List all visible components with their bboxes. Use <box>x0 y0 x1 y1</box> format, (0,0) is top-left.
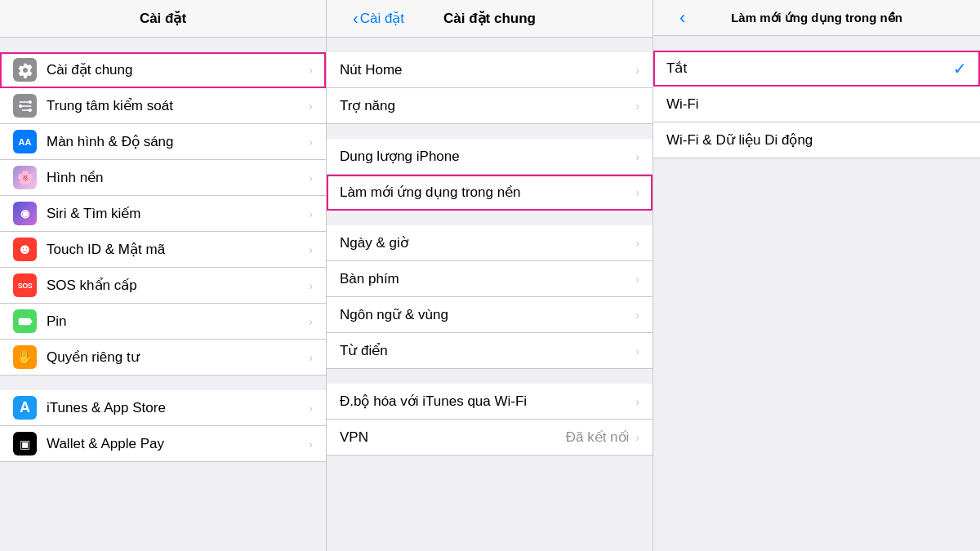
list-item-tu-dien[interactable]: Từ điển › <box>327 333 653 369</box>
list-item-dung-luong[interactable]: Dung lượng iPhone › <box>327 139 653 175</box>
chevron-icon: › <box>309 243 313 256</box>
col2-title: Cài đặt chung <box>443 10 536 27</box>
hand-emoji: ✋ <box>16 349 33 366</box>
col1-header: Cài đặt <box>0 0 326 38</box>
itunes-label: iTunes & App Store <box>47 400 305 416</box>
list-item-man-hinh[interactable]: AA Màn hình & Độ sáng › <box>0 124 326 160</box>
tat-label: Tắt <box>666 60 953 77</box>
col3-title: Làm mới ứng dụng trong nền <box>731 11 902 25</box>
flower-emoji: 🌸 <box>17 170 33 185</box>
col3-back-button[interactable]: ‹ <box>679 7 687 29</box>
wifi-label: Wi-Fi <box>666 96 967 113</box>
col3-header: ‹ Làm mới ứng dụng trong nền <box>653 0 980 36</box>
col3-list: Tắt ✓ Wi-Fi Wi-Fi & Dữ liệu Di động <box>653 36 980 551</box>
svg-rect-6 <box>18 318 30 324</box>
column-refresh: ‹ Làm mới ứng dụng trong nền Tắt ✓ Wi-Fi… <box>653 0 980 551</box>
svg-rect-7 <box>30 320 32 322</box>
list-item-itunes[interactable]: A iTunes & App Store › <box>0 390 326 426</box>
col2-group2: Dung lượng iPhone › Làm mới ứng dụng tro… <box>327 124 653 211</box>
list-item-siri[interactable]: ◉ Siri & Tìm kiếm › <box>0 196 326 232</box>
ngon-ngu-label: Ngôn ngữ & vùng <box>340 306 632 323</box>
col3-option-tat[interactable]: Tắt ✓ <box>653 51 980 87</box>
chevron-icon: › <box>309 351 313 364</box>
col2-group3: Ngày & giờ › Bàn phím › Ngôn ngữ & vùng … <box>327 211 653 369</box>
list-item-wallet[interactable]: ▣ Wallet & Apple Pay › <box>0 426 326 462</box>
touch-id-label: Touch ID & Mật mã <box>47 241 305 258</box>
wallet-symbol: ▣ <box>20 438 30 451</box>
col3-option-wifi-data[interactable]: Wi-Fi & Dữ liệu Di động <box>653 122 980 158</box>
list-item-cai-dat-chung[interactable]: Cài đặt chung › <box>0 52 326 88</box>
col1-group1: Cài đặt chung › Trung tâm kiểm soát <box>0 38 326 375</box>
col2-back-button[interactable]: ‹ Cài đặt <box>353 9 404 28</box>
aa-icon: AA <box>13 130 37 153</box>
col2-header-inner: ‹ Cài đặt Cài đặt chung <box>340 10 639 27</box>
list-item-lam-moi[interactable]: Làm mới ứng dụng trong nền › <box>327 175 653 211</box>
flower-icon: 🌸 <box>13 166 37 189</box>
trung-tam-label: Trung tâm kiểm soát <box>47 97 305 114</box>
chevron-icon: › <box>635 150 639 163</box>
siri-icon: ◉ <box>13 202 37 225</box>
pin-label: Pin <box>47 313 305 330</box>
siri-text: ◉ <box>20 207 29 220</box>
list-item-ngay-gio[interactable]: Ngày & giờ › <box>327 225 653 261</box>
column-settings: Cài đặt Cài đặt chung › <box>0 0 327 551</box>
list-item-sos[interactable]: SOS SOS khẩn cấp › <box>0 268 326 304</box>
svg-point-3 <box>28 100 31 103</box>
nut-home-label: Nút Home <box>340 62 632 78</box>
chevron-icon: › <box>309 136 313 149</box>
lam-moi-label: Làm mới ứng dụng trong nền <box>340 184 632 201</box>
list-item-ngon-ngu[interactable]: Ngôn ngữ & vùng › <box>327 297 653 333</box>
man-hinh-label: Màn hình & Độ sáng <box>47 133 305 150</box>
back-chevron: ‹ <box>353 9 359 28</box>
chevron-icon: › <box>635 64 639 77</box>
col3-option-wifi[interactable]: Wi-Fi <box>653 87 980 122</box>
vpn-label: VPN <box>340 429 566 446</box>
chevron-icon: › <box>309 207 313 220</box>
back-chevron-col3: ‹ <box>679 7 685 29</box>
itunes-icon: A <box>13 396 37 420</box>
chevron-icon: › <box>635 237 639 250</box>
chevron-icon: › <box>635 273 639 286</box>
vpn-value: Đã kết nối <box>566 429 630 446</box>
list-item-tro-nang[interactable]: Trợ năng › <box>327 88 653 124</box>
list-item-nut-home[interactable]: Nút Home › <box>327 52 653 88</box>
tu-dien-label: Từ điển <box>340 342 632 359</box>
chevron-icon: › <box>635 431 639 444</box>
sos-text: SOS <box>18 282 33 290</box>
cai-dat-chung-label: Cài đặt chung <box>47 61 305 78</box>
chevron-icon: › <box>309 64 313 77</box>
quyen-label: Quyền riêng tư <box>47 349 305 366</box>
itunes-letter: A <box>20 399 30 416</box>
fingerprint-icon: ☻ <box>13 238 37 261</box>
list-item-vpn[interactable]: VPN Đã kết nối › <box>327 420 653 455</box>
chevron-icon: › <box>635 309 639 322</box>
col2-header: ‹ Cài đặt Cài đặt chung <box>327 0 653 38</box>
sos-label: SOS khẩn cấp <box>47 277 305 294</box>
sliders-svg <box>17 98 33 114</box>
chevron-icon: › <box>635 395 639 408</box>
list-item-dong-bo[interactable]: Đ.bộ hóa với iTunes qua Wi-Fi › <box>327 384 653 420</box>
battery-icon <box>13 309 37 333</box>
svg-rect-0 <box>19 101 29 103</box>
sos-icon: SOS <box>13 273 37 297</box>
chevron-icon: › <box>309 315 313 328</box>
list-item-touch-id[interactable]: ☻ Touch ID & Mật mã › <box>0 232 326 268</box>
list-item-quyen[interactable]: ✋ Quyền riêng tư › <box>0 340 326 375</box>
col1-title: Cài đặt <box>140 10 186 27</box>
col1-group2: A iTunes & App Store › ▣ Wallet & Apple … <box>0 375 326 462</box>
chevron-icon: › <box>635 186 639 199</box>
list-item-trung-tam[interactable]: Trung tâm kiểm soát › <box>0 88 326 124</box>
ngay-gio-label: Ngày & giờ <box>340 234 632 251</box>
dung-luong-label: Dung lượng iPhone <box>340 148 632 165</box>
svg-point-4 <box>19 104 22 107</box>
list-item-ban-phim[interactable]: Bàn phím › <box>327 261 653 297</box>
chevron-icon: › <box>635 100 639 113</box>
fingerprint-emoji: ☻ <box>17 241 33 258</box>
col3-header-inner: ‹ Làm mới ứng dụng trong nền <box>666 11 967 25</box>
chevron-icon: › <box>309 171 313 184</box>
chevron-icon: › <box>309 438 313 451</box>
list-item-hinh-nen[interactable]: 🌸 Hình nền › <box>0 160 326 196</box>
col2-back-label: Cài đặt <box>360 10 404 27</box>
list-item-pin[interactable]: Pin › <box>0 304 326 340</box>
col1-list: Cài đặt chung › Trung tâm kiểm soát <box>0 38 326 551</box>
